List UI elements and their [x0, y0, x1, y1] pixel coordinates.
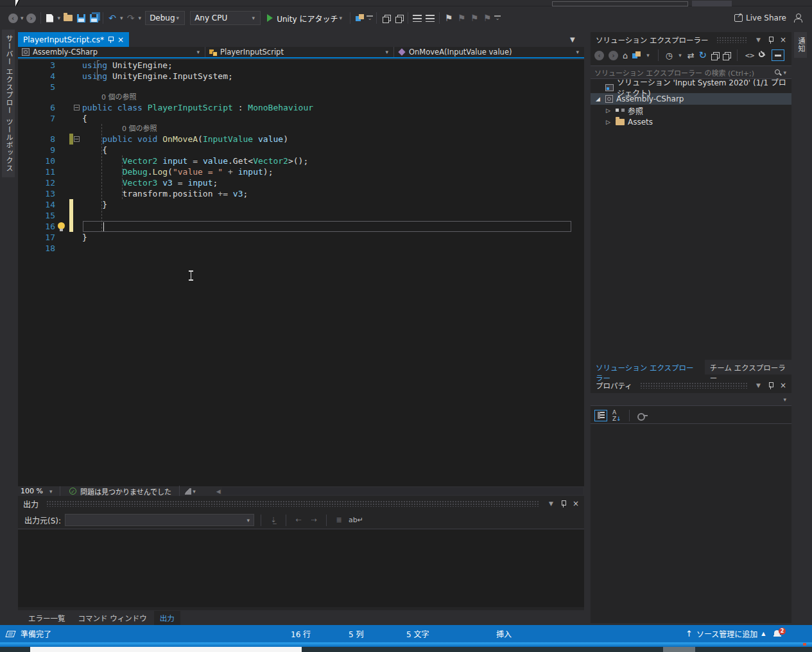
quick-launch-searchbox[interactable]: [552, 1, 688, 6]
undo-icon[interactable]: ↶: [106, 11, 119, 25]
save-icon[interactable]: [74, 11, 87, 25]
increase-indent-icon[interactable]: [424, 11, 436, 25]
code-cleanup-icon[interactable]: [185, 488, 191, 495]
props-close-icon[interactable]: ×: [780, 381, 786, 390]
goto-message-icon[interactable]: ⇣̲: [268, 516, 279, 524]
navigate-back-icon[interactable]: ‹: [6, 11, 19, 25]
horizontal-scrollbar[interactable]: [222, 488, 583, 495]
navigate-back-dropdown-icon[interactable]: ▾: [19, 15, 25, 21]
next-bookmark-icon[interactable]: ⚑: [468, 11, 481, 25]
code-line-4[interactable]: 4using UnityEngine.InputSystem;: [18, 71, 584, 82]
line-number[interactable]: 10: [31, 155, 56, 166]
line-number[interactable]: 13: [31, 188, 56, 199]
solution-explorer-header[interactable]: ソリューション エクスプローラー ▼ ×: [591, 32, 791, 48]
new-file-dropdown-icon[interactable]: ▾: [56, 15, 62, 21]
project-dropdown[interactable]: Assembly-CSharp ▾: [18, 47, 205, 57]
hscroll-left-icon[interactable]: ◀: [216, 488, 221, 495]
line-number[interactable]: 17: [31, 232, 56, 243]
tree-item[interactable]: ソリューション 'Input System 2020' (1/1 プロジェクト): [591, 82, 791, 93]
se-switch-views-dropdown-icon[interactable]: ▾: [645, 52, 651, 58]
expander-collapsed-icon[interactable]: ▷: [606, 119, 612, 125]
code-cleanup-dropdown-icon[interactable]: ▾: [191, 488, 197, 495]
tab-solution-explorer[interactable]: ソリューション エクスプローラー: [591, 360, 705, 374]
expander-collapsed-icon[interactable]: ▷: [606, 107, 612, 114]
copy-structure-icon[interactable]: [392, 11, 405, 25]
attach-to-unity-button[interactable]: Unity にアタッチ ▾: [267, 13, 343, 24]
search-icon[interactable]: [774, 69, 782, 76]
notifications-vtab[interactable]: 通知: [794, 32, 807, 58]
feedback-icon[interactable]: [791, 11, 804, 25]
toolbar-overflow-icon[interactable]: ⌄: [366, 15, 374, 21]
document-list-dropdown-icon[interactable]: ▼: [570, 36, 575, 43]
output-panel-header[interactable]: 出力 ▼ ×: [18, 496, 584, 511]
document-tab-playerinputscript[interactable]: PlayerInputScript.cs* ×: [18, 32, 129, 47]
se-switch-views-icon[interactable]: [632, 51, 641, 59]
output-content[interactable]: [18, 529, 584, 607]
new-file-icon[interactable]: [44, 11, 56, 25]
line-number[interactable]: 11: [31, 166, 56, 177]
redo-dropdown-icon[interactable]: ▾: [137, 15, 143, 21]
output-pin-icon[interactable]: [561, 500, 566, 507]
code-line-3[interactable]: 3using UnityEngine;: [18, 60, 584, 71]
editor-zoom-combo[interactable]: 100 %▾: [18, 486, 60, 496]
code-line-12[interactable]: 12 Vector3 v3 = input;: [18, 177, 584, 188]
output-close-icon[interactable]: ×: [573, 499, 579, 508]
code-line-10[interactable]: 10 Vector2 input = value.Get<Vector2>();: [18, 155, 584, 166]
line-number[interactable]: 3: [31, 60, 56, 71]
code-line-17[interactable]: 17}: [18, 232, 584, 243]
codelens-references[interactable]: 0 個の参照: [18, 93, 584, 102]
fold-collapse-icon[interactable]: –: [74, 136, 80, 142]
navigate-structure-icon[interactable]: [379, 11, 392, 25]
line-number[interactable]: 15: [31, 210, 56, 221]
codelens-references[interactable]: 0 個の参照: [18, 124, 584, 134]
undo-dropdown-icon[interactable]: ▾: [119, 15, 125, 21]
code-editor[interactable]: 3using UnityEngine;4using UnityEngine.In…: [18, 60, 584, 486]
se-properties-icon[interactable]: [759, 51, 767, 60]
se-pending-changes-filter-icon[interactable]: ◷: [666, 51, 673, 60]
se-show-all-files-icon[interactable]: [723, 52, 730, 59]
se-view-code-icon[interactable]: <>: [745, 52, 754, 59]
clear-output-icon[interactable]: ≣: [333, 516, 345, 524]
add-to-source-control-button[interactable]: ↑ ソース管理に追加 ▲: [686, 625, 765, 642]
code-line-9[interactable]: 9 {: [18, 145, 584, 155]
se-refresh-icon[interactable]: ↻: [699, 49, 707, 61]
se-back-icon[interactable]: ‹: [594, 51, 604, 60]
tab-command-window[interactable]: コマンド ウィンドウ: [73, 611, 153, 625]
toolbar-overflow2-icon[interactable]: ⌄: [494, 15, 501, 21]
status-char[interactable]: 5 文字: [406, 625, 429, 642]
tree-item[interactable]: ▷参照: [591, 105, 791, 116]
line-number[interactable]: 4: [31, 71, 56, 82]
pin-tab-icon[interactable]: [108, 36, 114, 43]
se-sync-with-active-document-icon[interactable]: ⇄: [687, 51, 695, 60]
se-collapse-all-icon[interactable]: [711, 52, 718, 59]
code-line-7[interactable]: 7{: [18, 113, 584, 124]
member-dropdown[interactable]: OnMoveA(InputValue value) ▾: [394, 47, 584, 57]
se-close-icon[interactable]: ×: [780, 35, 786, 44]
expander-expanded-icon[interactable]: ◢: [596, 96, 602, 102]
code-line-5[interactable]: 5: [18, 82, 584, 93]
se-preview-selected-toggle[interactable]: [772, 49, 784, 61]
prev-message-icon[interactable]: ⇠: [293, 516, 304, 524]
line-number[interactable]: 16: [31, 221, 56, 232]
line-number[interactable]: 7: [31, 113, 56, 124]
props-alphabetical-icon[interactable]: AZ↓: [612, 409, 621, 422]
save-all-icon[interactable]: [87, 11, 100, 25]
tab-error-list[interactable]: エラー一覧: [22, 611, 71, 625]
toggle-bookmark-icon[interactable]: ⚑: [442, 11, 455, 25]
props-window-menu-icon[interactable]: ▼: [755, 382, 762, 389]
live-share-button[interactable]: Live Share: [734, 6, 786, 30]
attach-dropdown-icon[interactable]: ▾: [338, 15, 343, 21]
output-window-menu-icon[interactable]: ▼: [548, 500, 555, 507]
health-status-text[interactable]: 問題は見つかりませんでした: [80, 486, 171, 497]
code-line-8[interactable]: 8– public void OnMoveA(InputValue value): [18, 134, 584, 145]
tab-team-explorer[interactable]: チーム エクスプローラー: [705, 360, 791, 374]
code-line-16[interactable]: 16: [18, 221, 584, 232]
line-number[interactable]: 9: [31, 145, 56, 155]
attach-to-process-icon[interactable]: [353, 11, 366, 25]
fold-collapse-icon[interactable]: –: [74, 105, 80, 110]
notifications-bell[interactable]: 2: [773, 625, 781, 642]
line-number[interactable]: 18: [31, 243, 56, 254]
code-line-18[interactable]: 18: [18, 243, 584, 254]
se-forward-icon[interactable]: ›: [609, 51, 618, 60]
solution-platform-combo[interactable]: Any CPU▾: [190, 11, 261, 25]
